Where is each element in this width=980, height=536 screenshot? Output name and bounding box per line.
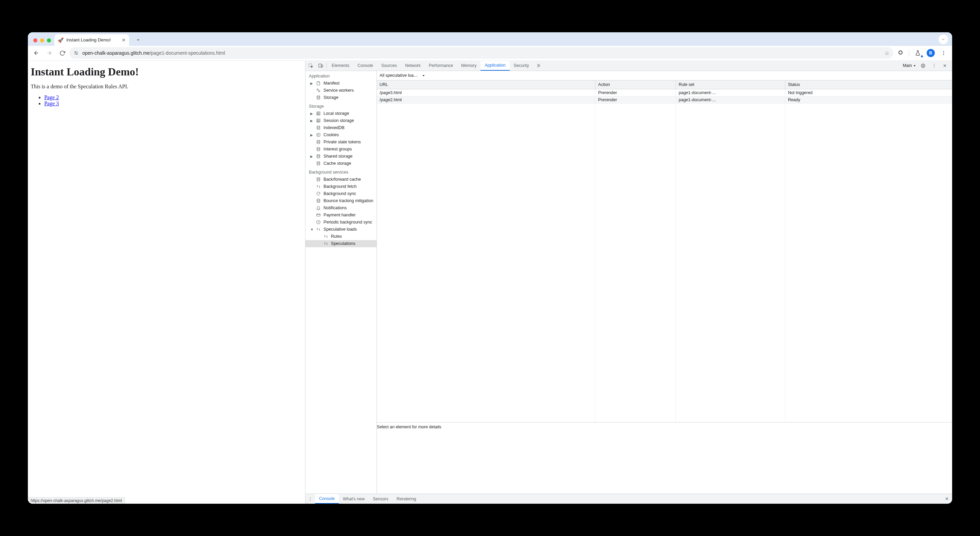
sidebar-item[interactable]: Rules xyxy=(305,233,377,240)
site-settings-icon[interactable] xyxy=(73,50,79,56)
sidebar-item-label: Service workers xyxy=(323,88,354,93)
devtools-settings-icon[interactable] xyxy=(918,63,928,68)
sidebar-item[interactable]: Service workers xyxy=(305,87,377,94)
devtools-tab-console[interactable]: Console xyxy=(353,61,377,71)
more-tabs-icon[interactable] xyxy=(533,61,543,71)
devtools-kebab-icon[interactable] xyxy=(929,63,939,68)
col-header-url[interactable]: URL xyxy=(377,81,595,89)
bookmark-icon[interactable]: ☆ xyxy=(885,50,889,56)
devtools-close-icon[interactable]: ✕ xyxy=(940,63,950,68)
tab-close-icon[interactable]: ✕ xyxy=(122,37,126,43)
drawer-kebab-icon[interactable] xyxy=(305,494,315,504)
swap-icon xyxy=(316,184,321,189)
extensions-icon[interactable] xyxy=(895,47,906,59)
sidebar-item[interactable]: ▶Local storage xyxy=(305,110,377,117)
sidebar-item-label: Cookies xyxy=(323,132,339,137)
svg-marker-12 xyxy=(913,65,915,67)
svg-point-7 xyxy=(943,52,944,53)
svg-rect-20 xyxy=(317,112,320,115)
svg-point-8 xyxy=(943,54,944,55)
sidebar-item[interactable]: Back/forward cache xyxy=(305,176,377,183)
svg-point-28 xyxy=(317,126,320,127)
page-link-page2[interactable]: Page 2 xyxy=(44,94,59,100)
drawer-tab-rendering[interactable]: Rendering xyxy=(393,494,420,504)
col-header-ruleset[interactable]: Rule set xyxy=(676,81,785,89)
drawer-close-icon[interactable]: ✕ xyxy=(942,494,952,504)
target-selector[interactable]: Main xyxy=(902,63,918,68)
minimize-window-button[interactable] xyxy=(40,38,44,43)
devtools-tab-application[interactable]: Application xyxy=(480,61,509,71)
devtools-tab-elements[interactable]: Elements xyxy=(328,61,353,71)
toolbar-separator xyxy=(909,49,909,56)
sidebar-item[interactable]: ▶Cookies xyxy=(305,132,377,138)
sidebar-item[interactable]: Storage xyxy=(305,94,377,101)
filter-dropdown[interactable]: All speculative loa… xyxy=(380,73,425,78)
sidebar-item[interactable]: ▶Manifest xyxy=(305,80,377,87)
db-icon xyxy=(316,95,321,100)
sidebar-item[interactable]: Background sync xyxy=(305,190,377,197)
reload-button[interactable] xyxy=(56,47,68,59)
tabs-overflow-button[interactable] xyxy=(939,35,948,44)
db-icon xyxy=(316,140,321,145)
sidebar-item[interactable]: Payment handler xyxy=(305,212,377,219)
gears-icon xyxy=(316,88,321,93)
svg-point-44 xyxy=(310,499,310,499)
col-header-status[interactable]: Status xyxy=(785,81,952,89)
sidebar-item[interactable]: Notifications xyxy=(305,205,377,212)
svg-point-34 xyxy=(317,148,320,149)
profile-button[interactable]: B xyxy=(925,47,937,59)
sidebar-item[interactable]: Periodic background sync xyxy=(305,219,377,226)
sidebar-item[interactable]: Speculations xyxy=(305,240,377,247)
back-button[interactable] xyxy=(30,47,42,59)
devtools-tab-performance[interactable]: Performance xyxy=(425,61,457,71)
address-bar[interactable]: open-chalk-asparagus.glitch.me/page1-doc… xyxy=(69,47,893,59)
svg-point-13 xyxy=(923,65,924,66)
devtools-tab-sources[interactable]: Sources xyxy=(377,61,401,71)
file-icon xyxy=(316,81,321,86)
avatar: B xyxy=(927,49,935,57)
maximize-window-button[interactable] xyxy=(47,38,51,43)
page-link-list: Page 2 Page 3 xyxy=(30,94,302,107)
svg-point-5 xyxy=(76,54,78,55)
card-icon xyxy=(316,213,321,218)
drawer-tab-console[interactable]: Console xyxy=(315,494,339,504)
devtools-tab-security[interactable]: Security xyxy=(510,61,533,71)
table-body: /page3.htmlPrerenderpage1-document-…Not … xyxy=(377,89,952,423)
cell-action: Prerender xyxy=(595,97,676,103)
devtools-right-controls: Main ✕ xyxy=(902,61,952,71)
sidebar-item[interactable]: Background fetch xyxy=(305,183,377,190)
sidebar-item[interactable]: ▶Shared storage xyxy=(305,153,377,160)
device-toggle-icon[interactable] xyxy=(316,61,326,71)
content-area: Instant Loading Demo! This is a demo of … xyxy=(28,61,952,504)
table-row[interactable]: /page2.htmlPrerenderpage1-document-…Read… xyxy=(377,97,952,103)
sidebar-item[interactable]: Interest groups xyxy=(305,146,377,153)
sidebar-item[interactable]: ▼Speculative loads xyxy=(305,226,377,233)
inspect-element-icon[interactable] xyxy=(305,61,316,71)
sidebar-item[interactable]: IndexedDB xyxy=(305,124,377,132)
experiments-icon[interactable] xyxy=(912,47,924,59)
devtools-tab-memory[interactable]: Memory xyxy=(457,61,480,71)
devtools-tab-network[interactable]: Network xyxy=(401,61,425,71)
sidebar-item[interactable]: Bounce tracking mitigation xyxy=(305,197,377,205)
db-icon xyxy=(316,198,321,204)
browser-tab[interactable]: 🚀 Instant Loading Demo! ✕ xyxy=(54,34,129,46)
swap-icon xyxy=(323,241,328,246)
new-tab-button[interactable]: ＋ xyxy=(133,35,143,45)
forward-button[interactable] xyxy=(43,47,55,59)
close-window-button[interactable] xyxy=(33,38,37,43)
tab-favicon: 🚀 xyxy=(58,37,64,43)
cell-status: Ready xyxy=(785,97,952,103)
tab-strip: 🚀 Instant Loading Demo! ✕ ＋ xyxy=(28,32,952,46)
drawer-tab-whatsnew[interactable]: What's new xyxy=(339,494,369,504)
sidebar-item[interactable]: Cache storage xyxy=(305,160,377,167)
page-link-page3[interactable]: Page 3 xyxy=(44,100,59,106)
sidebar-item[interactable]: ▶Session storage xyxy=(305,117,377,124)
sidebar-item[interactable]: Private state tokens xyxy=(305,138,377,146)
drawer-tab-sensors[interactable]: Sensors xyxy=(369,494,393,504)
browser-menu-button[interactable] xyxy=(938,47,950,59)
application-main: All speculative loa… URL Action Rule set… xyxy=(377,71,952,494)
col-header-action[interactable]: Action xyxy=(595,81,676,89)
svg-point-6 xyxy=(943,51,944,52)
table-row[interactable]: /page3.htmlPrerenderpage1-document-…Not … xyxy=(377,89,952,97)
detail-placeholder: Select an element for more details xyxy=(377,422,952,493)
